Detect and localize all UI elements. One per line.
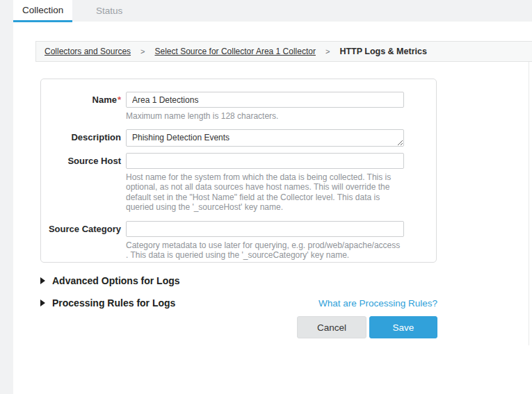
processing-rules-label: Processing Rules for Logs [52,297,175,309]
breadcrumb: Collectors and Sources > Select Source f… [35,41,532,62]
expand-arrow-icon [40,299,45,306]
required-asterisk: * [118,95,121,105]
source-host-input[interactable] [126,153,404,169]
expand-arrow-icon [40,277,45,284]
processing-rules-row: Processing Rules for Logs What are Proce… [40,297,437,309]
tab-collection[interactable]: Collection [13,0,72,22]
tab-status[interactable]: Status [90,0,128,22]
cancel-button[interactable]: Cancel [297,316,366,338]
save-button[interactable]: Save [369,316,437,338]
tab-collection-label: Collection [22,5,63,15]
content-panel-right-border [529,62,529,345]
form-row-source-host: Source Host Host name for the system fro… [41,153,436,221]
description-label-text: Description [71,132,121,142]
tab-status-label: Status [96,6,122,16]
source-host-label-text: Source Host [67,156,121,166]
source-config-form: Name* Maximum name length is 128 charact… [40,79,437,263]
breadcrumb-separator-icon: > [140,47,145,56]
breadcrumb-link-select-source[interactable]: Select Source for Collector Area 1 Colle… [155,47,316,56]
form-row-name: Name* Maximum name length is 128 charact… [41,92,436,129]
description-textarea[interactable]: Phishing Detection Events [126,129,404,147]
processing-rules-toggle[interactable]: Processing Rules for Logs [40,297,175,309]
advanced-options-row: Advanced Options for Logs [40,275,437,286]
name-label: Name* [41,92,121,105]
name-input[interactable] [126,92,404,108]
advanced-options-label: Advanced Options for Logs [52,275,180,286]
tab-bar: Collection Status [0,0,532,22]
breadcrumb-separator-icon: > [325,47,330,56]
advanced-options-toggle[interactable]: Advanced Options for Logs [40,275,180,286]
breadcrumb-link-collectors-and-sources[interactable]: Collectors and Sources [45,47,131,56]
source-category-help-text: Category metadata to use later for query… [126,240,403,261]
form-actions: Cancel Save [40,316,437,338]
breadcrumb-current-page: HTTP Logs & Metrics [339,47,426,56]
source-host-help-text: Host name for the system from which the … [126,172,403,213]
source-host-label: Source Host [41,153,121,166]
source-category-label: Source Category [41,221,121,234]
source-category-input[interactable] [126,221,404,237]
source-category-label-text: Source Category [49,224,121,234]
left-gutter [0,22,13,394]
name-label-text: Name [92,95,117,105]
what-are-processing-rules-link[interactable]: What are Processing Rules? [319,298,437,309]
collection-page: Collection Status Collectors and Sources… [0,0,532,394]
form-row-description: Description Phishing Detection Events [41,129,436,153]
form-row-source-category: Source Category Category metadata to use… [41,221,436,261]
description-label: Description [41,129,121,142]
name-help-text: Maximum name length is 128 characters. [126,111,403,122]
